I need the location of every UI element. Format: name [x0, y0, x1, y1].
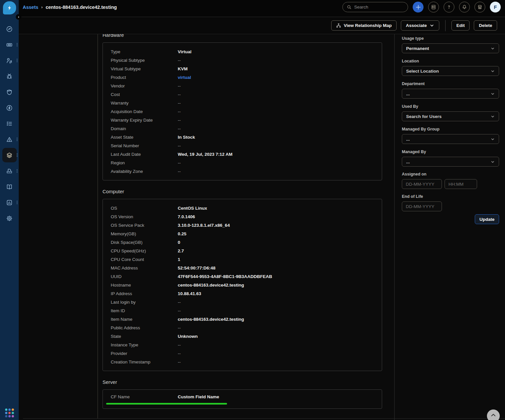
- delete-button[interactable]: Delete: [474, 20, 497, 31]
- field-value: --: [178, 325, 181, 330]
- field-row: Creation Timestamp--: [103, 358, 382, 366]
- edit-button[interactable]: Edit: [451, 20, 470, 31]
- sidebar-item-assets[interactable]: [0, 147, 19, 163]
- field-label: Type: [111, 49, 178, 54]
- field-value: --: [178, 118, 181, 123]
- delete-label: Delete: [479, 23, 492, 28]
- sitemap-icon: [336, 23, 341, 28]
- user-details-button[interactable]: [428, 2, 439, 12]
- field-label: Asset State: [111, 135, 178, 140]
- field-value: --: [178, 300, 181, 305]
- assigned-on-date-input[interactable]: [402, 179, 442, 189]
- dashboard-icon: [6, 26, 13, 33]
- field-label: OS Version: [111, 214, 178, 219]
- doc-tray-icon: [6, 168, 13, 175]
- sidebar: [0, 0, 19, 420]
- field-value: Custom Field Name: [178, 394, 219, 399]
- avatar[interactable]: F: [490, 2, 501, 12]
- sidebar-item-settings[interactable]: [0, 210, 19, 226]
- sidebar-item-requesters[interactable]: [0, 53, 19, 68]
- used-by-select[interactable]: Search for Users: [402, 111, 499, 121]
- selected-item-highlight: [2, 148, 17, 162]
- section-card-computer: OSCentOS LinuxOS Version7.0.1406OS Servi…: [103, 199, 382, 371]
- view-relationship-map-button[interactable]: View Relationship Map: [331, 20, 397, 31]
- sidebar-item-analytics[interactable]: [0, 195, 19, 210]
- sidebar-item-problems[interactable]: [0, 131, 19, 147]
- field-label: Physical Subtype: [111, 58, 178, 63]
- field-value: --: [178, 109, 181, 114]
- field-value: --: [178, 92, 181, 97]
- field-label: UUID: [111, 274, 178, 279]
- sidebar-item-automation[interactable]: [0, 100, 19, 116]
- field-row: CPU Core Count1: [103, 255, 382, 264]
- field-label: Last Audit Date: [111, 152, 178, 157]
- field-value: 3.10.0-123.8.1.el7.x86_64: [178, 223, 230, 228]
- managed-by-select[interactable]: ...: [402, 157, 499, 167]
- lightning-circle-icon: [6, 105, 13, 111]
- gear-icon: [6, 215, 13, 222]
- search-box[interactable]: [342, 2, 408, 12]
- field-row: IP Address10.88.41.63: [103, 289, 382, 298]
- usage-type-select[interactable]: Permanent: [402, 43, 499, 53]
- used-by-value: Search for Users: [406, 114, 442, 119]
- sidebar-item-tickets[interactable]: [0, 37, 19, 53]
- managed-by-group-select[interactable]: ...: [402, 134, 499, 144]
- create-new-button[interactable]: [413, 2, 424, 12]
- department-label: Department: [402, 82, 499, 86]
- help-button[interactable]: [444, 2, 454, 12]
- field-value: --: [178, 160, 181, 165]
- sidebar-collapse-button[interactable]: ›: [16, 14, 21, 20]
- assigned-on-time-input[interactable]: [445, 179, 477, 189]
- department-select[interactable]: ...: [402, 89, 499, 99]
- sidebar-item-requests[interactable]: [0, 163, 19, 179]
- field-label: Hostname: [111, 283, 178, 288]
- field-label: CPU Speed(GHz): [111, 248, 178, 253]
- field-row: Last Audit DateWed, 19 Jul, 2023 7:12 AM: [103, 150, 382, 158]
- chart-square-icon: [6, 199, 13, 206]
- sidebar-item-security[interactable]: [0, 84, 19, 100]
- scroll-to-top-button[interactable]: [487, 409, 500, 420]
- field-row: Item ID--: [103, 306, 382, 315]
- notifications-button[interactable]: [459, 2, 470, 12]
- kebab-menu-icon[interactable]: [16, 137, 18, 142]
- field-row: Public Address--: [103, 323, 382, 332]
- app-switcher-grid-icon[interactable]: [5, 408, 14, 417]
- freshservice-logo-icon[interactable]: [3, 1, 16, 14]
- kebab-menu-icon[interactable]: [16, 42, 18, 47]
- field-value[interactable]: virtual: [178, 75, 191, 80]
- asset-details-scroll-area[interactable]: HardwareTypeVirtualPhysical Subtype--Vir…: [19, 34, 394, 420]
- field-value: centos-884163.device42.testing: [178, 283, 244, 288]
- kebab-menu-icon[interactable]: [16, 169, 18, 173]
- managed-by-group-label: Managed By Group: [402, 127, 499, 132]
- field-label: Warranty: [111, 101, 178, 105]
- end-of-life-date-input[interactable]: [402, 201, 442, 211]
- kebab-menu-icon[interactable]: [16, 58, 18, 63]
- asset-body: HardwareTypeVirtualPhysical Subtype--Vir…: [19, 34, 505, 420]
- sidebar-item-tasks[interactable]: [0, 116, 19, 131]
- managed-by-value: ...: [406, 159, 410, 164]
- main-column: Assets › centos-884163.device42.testing: [19, 0, 505, 420]
- breadcrumb-assets-link[interactable]: Assets: [23, 5, 38, 10]
- marketplace-button[interactable]: [474, 2, 485, 12]
- field-row: Cost--: [103, 90, 382, 99]
- search-input[interactable]: [354, 5, 404, 10]
- field-row: Physical Subtype--: [103, 56, 382, 64]
- sidebar-item-bugs[interactable]: [0, 68, 19, 84]
- kebab-menu-icon[interactable]: [16, 200, 18, 205]
- chevron-down-icon: [491, 46, 495, 51]
- bug-icon: [6, 73, 13, 80]
- marketplace-icon: [477, 4, 483, 10]
- field-highlight-underline: [106, 403, 227, 405]
- kebab-menu-icon[interactable]: [16, 153, 18, 157]
- associate-button[interactable]: Associate: [401, 20, 439, 31]
- content-left-divider: [98, 34, 98, 418]
- field-row: Vendor--: [103, 82, 382, 90]
- location-select[interactable]: Select Location: [402, 66, 499, 76]
- sidebar-item-dashboard[interactable]: [0, 21, 19, 37]
- end-of-life-label: End of Life: [402, 194, 499, 199]
- update-button[interactable]: Update: [475, 214, 499, 224]
- field-row: Asset StateIn Stock: [103, 133, 382, 141]
- field-row: Item Namecentos-884163.device42.testing: [103, 315, 382, 323]
- sidebar-item-knowledge[interactable]: [0, 179, 19, 195]
- field-value: centos-884163.device42.testing: [178, 317, 244, 322]
